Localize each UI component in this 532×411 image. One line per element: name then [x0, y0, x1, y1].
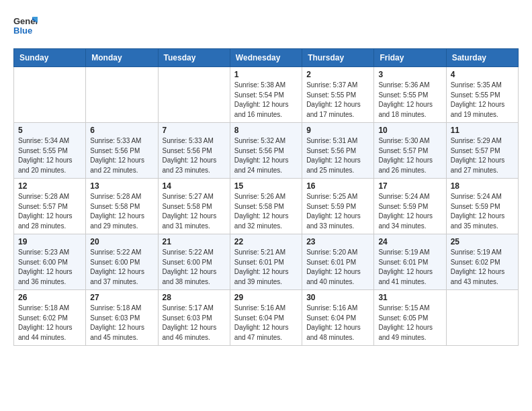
calendar-day-cell: 1Sunrise: 5:38 AMSunset: 5:54 PMDaylight… — [230, 67, 302, 123]
weekday-header-sunday: Sunday — [14, 49, 86, 67]
day-info: Sunrise: 5:34 AMSunset: 5:55 PMDaylight:… — [18, 136, 81, 175]
day-info: Sunrise: 5:22 AMSunset: 6:00 PMDaylight:… — [163, 248, 226, 287]
weekday-header-row: SundayMondayTuesdayWednesdayThursdayFrid… — [14, 49, 519, 67]
day-info: Sunrise: 5:18 AMSunset: 6:03 PMDaylight:… — [90, 304, 153, 342]
day-info: Sunrise: 5:35 AMSunset: 5:55 PMDaylight:… — [451, 81, 514, 120]
day-number: 13 — [90, 181, 153, 191]
day-number: 28 — [163, 293, 226, 302]
day-info: Sunrise: 5:29 AMSunset: 5:57 PMDaylight:… — [451, 136, 514, 175]
day-number: 2 — [306, 70, 369, 79]
day-info: Sunrise: 5:30 AMSunset: 5:57 PMDaylight:… — [378, 136, 441, 175]
calendar-day-cell: 26Sunrise: 5:18 AMSunset: 6:02 PMDayligh… — [14, 290, 86, 346]
calendar-week-row: 1Sunrise: 5:38 AMSunset: 5:54 PMDaylight… — [14, 67, 519, 123]
svg-text:Blue: Blue — [13, 26, 32, 36]
empty-cell — [14, 67, 86, 123]
day-number: 27 — [90, 293, 153, 302]
day-number: 12 — [18, 181, 81, 191]
calendar-day-cell: 11Sunrise: 5:29 AMSunset: 5:57 PMDayligh… — [446, 123, 518, 179]
calendar-day-cell: 10Sunrise: 5:30 AMSunset: 5:57 PMDayligh… — [374, 123, 446, 179]
day-info: Sunrise: 5:24 AMSunset: 5:59 PMDaylight:… — [378, 192, 441, 231]
calendar-day-cell: 5Sunrise: 5:34 AMSunset: 5:55 PMDaylight… — [14, 123, 86, 179]
day-info: Sunrise: 5:22 AMSunset: 6:00 PMDaylight:… — [90, 248, 153, 287]
day-info: Sunrise: 5:23 AMSunset: 6:00 PMDaylight:… — [18, 248, 81, 287]
day-number: 17 — [378, 181, 441, 191]
day-info: Sunrise: 5:28 AMSunset: 5:57 PMDaylight:… — [18, 192, 81, 231]
day-info: Sunrise: 5:27 AMSunset: 5:58 PMDaylight:… — [163, 192, 226, 231]
day-number: 29 — [234, 293, 298, 302]
calendar-day-cell: 25Sunrise: 5:19 AMSunset: 6:02 PMDayligh… — [446, 234, 518, 290]
calendar-day-cell: 12Sunrise: 5:28 AMSunset: 5:57 PMDayligh… — [14, 179, 86, 234]
day-number: 5 — [18, 126, 81, 135]
day-info: Sunrise: 5:19 AMSunset: 6:02 PMDaylight:… — [451, 248, 514, 287]
calendar-table: SundayMondayTuesdayWednesdayThursdayFrid… — [13, 48, 519, 346]
day-info: Sunrise: 5:24 AMSunset: 5:59 PMDaylight:… — [451, 192, 514, 231]
day-info: Sunrise: 5:36 AMSunset: 5:55 PMDaylight:… — [378, 81, 441, 120]
calendar-day-cell: 21Sunrise: 5:22 AMSunset: 6:00 PMDayligh… — [158, 234, 230, 290]
logo: General Blue — [13, 13, 38, 38]
day-info: Sunrise: 5:26 AMSunset: 5:58 PMDaylight:… — [234, 192, 298, 231]
calendar-day-cell: 24Sunrise: 5:19 AMSunset: 6:01 PMDayligh… — [374, 234, 446, 290]
calendar-day-cell: 7Sunrise: 5:33 AMSunset: 5:56 PMDaylight… — [158, 123, 230, 179]
empty-cell — [446, 290, 518, 346]
weekday-header-friday: Friday — [374, 49, 446, 67]
weekday-header-tuesday: Tuesday — [158, 49, 230, 67]
weekday-header-saturday: Saturday — [446, 49, 518, 67]
logo-icon: General Blue — [13, 13, 38, 38]
day-number: 24 — [378, 237, 441, 246]
calendar-day-cell: 28Sunrise: 5:17 AMSunset: 6:03 PMDayligh… — [158, 290, 230, 346]
day-number: 31 — [378, 293, 441, 302]
day-info: Sunrise: 5:17 AMSunset: 6:03 PMDaylight:… — [163, 304, 226, 342]
day-number: 22 — [234, 237, 298, 246]
calendar-day-cell: 22Sunrise: 5:21 AMSunset: 6:01 PMDayligh… — [230, 234, 302, 290]
calendar-week-row: 19Sunrise: 5:23 AMSunset: 6:00 PMDayligh… — [14, 234, 519, 290]
day-number: 9 — [306, 126, 369, 135]
day-info: Sunrise: 5:16 AMSunset: 6:04 PMDaylight:… — [234, 304, 298, 342]
day-number: 10 — [378, 126, 441, 135]
calendar-day-cell: 31Sunrise: 5:15 AMSunset: 6:05 PMDayligh… — [374, 290, 446, 346]
calendar-day-cell: 19Sunrise: 5:23 AMSunset: 6:00 PMDayligh… — [14, 234, 86, 290]
day-info: Sunrise: 5:38 AMSunset: 5:54 PMDaylight:… — [234, 81, 298, 120]
day-number: 23 — [306, 237, 369, 246]
weekday-header-thursday: Thursday — [302, 49, 374, 67]
day-info: Sunrise: 5:37 AMSunset: 5:55 PMDaylight:… — [306, 81, 369, 120]
calendar-day-cell: 29Sunrise: 5:16 AMSunset: 6:04 PMDayligh… — [230, 290, 302, 346]
calendar-day-cell: 15Sunrise: 5:26 AMSunset: 5:58 PMDayligh… — [230, 179, 302, 234]
day-number: 11 — [451, 126, 514, 135]
day-number: 21 — [163, 237, 226, 246]
day-info: Sunrise: 5:19 AMSunset: 6:01 PMDaylight:… — [378, 248, 441, 287]
day-number: 4 — [451, 70, 514, 79]
day-info: Sunrise: 5:32 AMSunset: 5:56 PMDaylight:… — [234, 136, 298, 175]
day-info: Sunrise: 5:33 AMSunset: 5:56 PMDaylight:… — [163, 136, 226, 175]
day-number: 25 — [451, 237, 514, 246]
weekday-header-wednesday: Wednesday — [230, 49, 302, 67]
empty-cell — [158, 67, 230, 123]
day-info: Sunrise: 5:15 AMSunset: 6:05 PMDaylight:… — [378, 304, 441, 342]
day-info: Sunrise: 5:28 AMSunset: 5:58 PMDaylight:… — [90, 192, 153, 231]
calendar-day-cell: 16Sunrise: 5:25 AMSunset: 5:59 PMDayligh… — [302, 179, 374, 234]
calendar-day-cell: 3Sunrise: 5:36 AMSunset: 5:55 PMDaylight… — [374, 67, 446, 123]
day-info: Sunrise: 5:20 AMSunset: 6:01 PMDaylight:… — [306, 248, 369, 287]
calendar-day-cell: 17Sunrise: 5:24 AMSunset: 5:59 PMDayligh… — [374, 179, 446, 234]
day-number: 8 — [234, 126, 298, 135]
calendar-day-cell: 2Sunrise: 5:37 AMSunset: 5:55 PMDaylight… — [302, 67, 374, 123]
calendar-day-cell: 23Sunrise: 5:20 AMSunset: 6:01 PMDayligh… — [302, 234, 374, 290]
calendar-day-cell: 13Sunrise: 5:28 AMSunset: 5:58 PMDayligh… — [86, 179, 158, 234]
day-number: 30 — [306, 293, 369, 302]
calendar-day-cell: 30Sunrise: 5:16 AMSunset: 6:04 PMDayligh… — [302, 290, 374, 346]
calendar-day-cell: 4Sunrise: 5:35 AMSunset: 5:55 PMDaylight… — [446, 67, 518, 123]
day-number: 26 — [18, 293, 81, 302]
day-number: 19 — [18, 237, 81, 246]
calendar-day-cell: 27Sunrise: 5:18 AMSunset: 6:03 PMDayligh… — [86, 290, 158, 346]
day-number: 20 — [90, 237, 153, 246]
day-info: Sunrise: 5:16 AMSunset: 6:04 PMDaylight:… — [306, 304, 369, 342]
calendar-week-row: 12Sunrise: 5:28 AMSunset: 5:57 PMDayligh… — [14, 179, 519, 234]
calendar-day-cell: 9Sunrise: 5:31 AMSunset: 5:56 PMDaylight… — [302, 123, 374, 179]
day-number: 6 — [90, 126, 153, 135]
day-info: Sunrise: 5:25 AMSunset: 5:59 PMDaylight:… — [306, 192, 369, 231]
calendar-week-row: 5Sunrise: 5:34 AMSunset: 5:55 PMDaylight… — [14, 123, 519, 179]
calendar-day-cell: 20Sunrise: 5:22 AMSunset: 6:00 PMDayligh… — [86, 234, 158, 290]
day-info: Sunrise: 5:18 AMSunset: 6:02 PMDaylight:… — [18, 304, 81, 342]
day-number: 15 — [234, 181, 298, 191]
calendar-week-row: 26Sunrise: 5:18 AMSunset: 6:02 PMDayligh… — [14, 290, 519, 346]
day-number: 18 — [451, 181, 514, 191]
